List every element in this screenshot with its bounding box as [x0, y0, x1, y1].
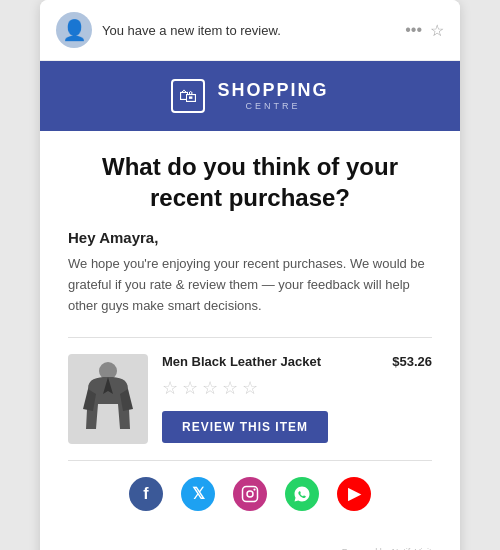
star-5[interactable]: ☆ — [242, 377, 258, 399]
product-image — [68, 354, 148, 444]
star-1[interactable]: ☆ — [162, 377, 178, 399]
instagram-icon[interactable] — [233, 477, 267, 511]
product-price: $53.26 — [392, 354, 432, 369]
stars-row[interactable]: ☆ ☆ ☆ ☆ ☆ — [162, 377, 432, 399]
review-button[interactable]: REVIEW THIS ITEM — [162, 411, 328, 443]
twitter-icon[interactable]: 𝕏 — [181, 477, 215, 511]
youtube-icon[interactable]: ▶ — [337, 477, 371, 511]
social-row: f 𝕏 ▶ — [68, 477, 432, 527]
notification-text: You have a new item to review. — [102, 23, 405, 38]
facebook-icon[interactable]: f — [129, 477, 163, 511]
whatsapp-icon[interactable] — [285, 477, 319, 511]
shopping-bag-icon: 🛍 — [179, 86, 197, 107]
product-image-svg — [78, 359, 138, 439]
main-content: What do you think of your recent purchas… — [40, 131, 460, 547]
brand-text: SHOPPING CENTRE — [217, 81, 328, 111]
more-options-icon[interactable]: ••• — [405, 21, 422, 39]
product-details: Men Black Leather Jacket $53.26 ☆ ☆ ☆ ☆ … — [162, 354, 432, 443]
product-row: Men Black Leather Jacket $53.26 ☆ ☆ ☆ ☆ … — [68, 337, 432, 444]
brand-name: SHOPPING — [217, 81, 328, 101]
divider — [68, 460, 432, 461]
brand-logo: 🛍 — [171, 79, 205, 113]
avatar: 👤 — [56, 12, 92, 48]
star-3[interactable]: ☆ — [202, 377, 218, 399]
email-card: 👤 You have a new item to review. ••• ☆ 🛍… — [40, 0, 460, 550]
star-4[interactable]: ☆ — [222, 377, 238, 399]
svg-point-2 — [247, 491, 253, 497]
header-banner: 🛍 SHOPPING CENTRE — [40, 61, 460, 131]
body-text: We hope you're enjoying your recent purc… — [68, 254, 432, 316]
notification-bar: 👤 You have a new item to review. ••• ☆ — [40, 0, 460, 61]
star-2[interactable]: ☆ — [182, 377, 198, 399]
svg-point-3 — [253, 488, 255, 490]
notification-actions: ••• ☆ — [405, 21, 444, 40]
bookmark-icon[interactable]: ☆ — [430, 21, 444, 40]
product-name: Men Black Leather Jacket — [162, 354, 321, 369]
user-icon: 👤 — [62, 20, 87, 40]
brand-subtitle: CENTRE — [217, 101, 328, 111]
product-header: Men Black Leather Jacket $53.26 — [162, 354, 432, 369]
greeting-text: Hey Amayra, — [68, 229, 432, 246]
main-heading: What do you think of your recent purchas… — [68, 151, 432, 213]
